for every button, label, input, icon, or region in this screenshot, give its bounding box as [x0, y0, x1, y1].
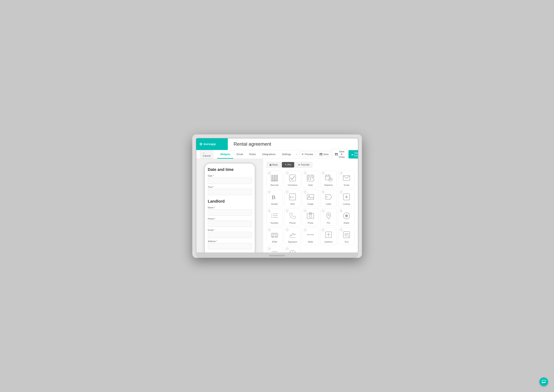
field-time: Time * — [208, 186, 252, 195]
widget-tab-pro[interactable]: ✎ Pro — [282, 162, 294, 168]
svg-rect-52 — [272, 233, 277, 235]
widget-number[interactable]: i 1 2 3 Num — [266, 209, 283, 226]
email-label: Email — [344, 184, 349, 186]
svg-point-46 — [328, 214, 329, 216]
widget-html[interactable]: i 5≡ Html — [284, 189, 301, 207]
widget-time[interactable]: i Time — [284, 246, 301, 253]
tab-email[interactable]: Email — [233, 150, 246, 159]
widget-radio[interactable]: i Radio — [338, 209, 355, 226]
slider-icon — [306, 230, 315, 239]
widget-tabs: ▦ Basic ✎ Pro ★ Favorite — [266, 162, 355, 168]
eye-icon: 👁 — [302, 153, 304, 156]
name-input[interactable] — [208, 209, 252, 216]
radio-icon — [342, 211, 351, 221]
info-icon: i — [304, 229, 306, 231]
svg-rect-0 — [271, 175, 271, 181]
time-input[interactable] — [208, 189, 252, 195]
svg-rect-2 — [272, 175, 273, 181]
tab-widgets[interactable]: Widgets — [217, 150, 233, 159]
date-input[interactable] — [208, 178, 252, 184]
phone-input[interactable] — [208, 221, 252, 227]
widget-tab-basic[interactable]: ▦ Basic — [266, 162, 281, 168]
html-icon: 5≡ — [288, 192, 297, 202]
tab-settings[interactable]: Settings — [279, 150, 294, 159]
checkbox-label: Checkbox — [288, 184, 298, 186]
widget-slider[interactable]: i Slider — [302, 227, 319, 245]
email-input[interactable] — [208, 232, 252, 238]
svg-rect-6 — [276, 175, 276, 181]
svg-text:≡: ≡ — [292, 196, 294, 199]
form-section-landlord: Landlord Name * Phone * Email * — [208, 199, 252, 249]
svg-rect-19 — [310, 179, 311, 180]
widget-datetime[interactable]: i Datetime — [320, 171, 337, 188]
widget-date[interactable]: i Date — [302, 171, 319, 188]
widget-image[interactable]: i Image — [302, 189, 319, 207]
page-title: Rental agreement — [234, 141, 271, 147]
widget-label[interactable]: i Label — [320, 189, 337, 207]
svg-text:5: 5 — [290, 196, 291, 199]
textarea-icon — [270, 249, 279, 253]
image-icon — [306, 192, 315, 202]
svg-marker-36 — [345, 195, 348, 198]
svg-rect-15 — [308, 178, 309, 178]
svg-rect-3 — [273, 175, 274, 181]
widget-rdw[interactable]: i RDW — [266, 227, 283, 245]
save-close-button[interactable]: 💾 Save & Close — [332, 149, 347, 160]
photo-icon — [306, 211, 315, 221]
widget-email[interactable]: i Email — [338, 171, 355, 188]
grid-icon: ▦ — [270, 163, 272, 166]
phone-label: Phone — [289, 222, 296, 224]
widget-barcode[interactable]: i Barcode — [266, 171, 283, 188]
pin-label: Pin — [327, 222, 330, 224]
widget-lookup[interactable]: i Lookup — [338, 189, 355, 207]
logo-text: moreapp — [204, 142, 216, 146]
info-icon: i — [304, 172, 306, 175]
widget-pin[interactable]: i Pin — [320, 209, 337, 226]
svg-rect-32 — [307, 194, 314, 199]
svg-point-48 — [345, 214, 348, 217]
save-button[interactable]: 💾 Save — [317, 152, 331, 157]
info-icon: i — [322, 191, 324, 193]
datetime-icon — [324, 173, 333, 183]
signature-icon — [288, 230, 297, 239]
widget-subform[interactable]: i Subform — [320, 227, 337, 245]
svg-rect-18 — [308, 179, 309, 180]
widget-phone[interactable]: i Phone — [284, 209, 301, 226]
widget-photo[interactable]: i Photo — [302, 209, 319, 226]
info-icon: i — [322, 210, 324, 212]
tab-integrations[interactable]: Integrations — [259, 150, 279, 159]
number-label: Number — [271, 222, 278, 224]
collapse-nav-button[interactable]: ‹ — [294, 152, 299, 157]
field-email: Email * — [208, 229, 252, 238]
datetime-label: Datetime — [324, 184, 333, 186]
app-container: ✿ moreapp Rental agreement ← Cancel Widg… — [196, 138, 358, 253]
svg-text:3: 3 — [271, 217, 272, 218]
svg-point-33 — [308, 196, 310, 197]
address-input[interactable] — [208, 243, 252, 249]
widget-textarea[interactable]: i Text Area — [266, 246, 283, 253]
widget-tab-favorite[interactable]: ★ Favorite — [295, 162, 313, 168]
star-icon: ★ — [298, 163, 300, 166]
svg-rect-4 — [274, 175, 274, 181]
widget-header[interactable]: i B Header — [266, 189, 283, 207]
save-publish-button[interactable]: ☁ Save & Publish — [348, 150, 358, 158]
widget-grid: i Barcode i Checkbox — [266, 171, 355, 253]
header-label: Header — [271, 203, 278, 205]
cancel-button[interactable]: ← Cancel — [200, 150, 213, 159]
slider-label: Slider — [308, 241, 313, 243]
image-label: Image — [307, 203, 313, 205]
widget-checkbox[interactable]: i Checkbox — [284, 171, 301, 188]
widget-signature[interactable]: i Signature — [284, 227, 301, 245]
label-label: Label — [326, 203, 331, 205]
lookup-label: Lookup — [343, 203, 350, 205]
chat-fab-button[interactable] — [540, 378, 548, 386]
save-close-icon: 💾 — [335, 153, 338, 156]
subform-icon — [324, 230, 333, 239]
widget-text[interactable]: i Text — [338, 227, 355, 245]
svg-rect-16 — [310, 178, 311, 178]
info-icon: i — [286, 191, 289, 193]
email-icon — [342, 173, 351, 183]
form-section-datetime: Date and time Date * Time * — [208, 167, 252, 195]
tab-rules[interactable]: Rules — [246, 150, 259, 159]
preview-button[interactable]: 👁 Preview — [299, 152, 316, 157]
